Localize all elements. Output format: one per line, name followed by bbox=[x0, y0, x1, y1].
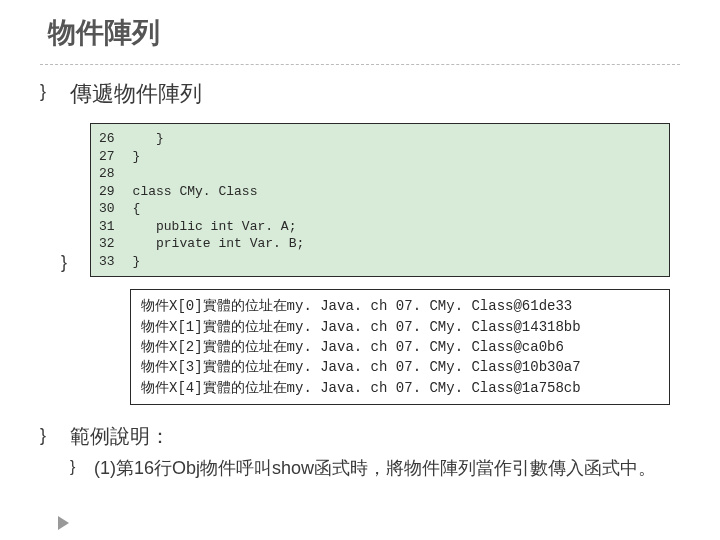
code-block: } 26 27 28 29 30 31 32 33 } } class CMy.… bbox=[90, 123, 670, 277]
bullet-icon: } bbox=[70, 456, 75, 478]
output-block: 物件X[0]實體的位址在my. Java. ch 07. CMy. Class@… bbox=[130, 289, 670, 404]
code-lines: } } class CMy. Class { public int Var. A… bbox=[133, 130, 305, 270]
footer-heading: 範例說明： bbox=[70, 423, 680, 450]
bullet-icon: } bbox=[40, 81, 46, 102]
footer-item-text: (1)第16行Obj物件呼叫show函式時，將物件陣列當作引數傳入函式中。 bbox=[94, 458, 656, 478]
next-arrow-icon bbox=[58, 516, 69, 530]
slide-title: 物件陣列 bbox=[0, 0, 720, 60]
section-subtitle: 傳遞物件陣列 bbox=[70, 79, 680, 109]
section-pass-array: } 傳遞物件陣列 } 26 27 28 29 30 31 32 33 } } c… bbox=[0, 79, 720, 405]
bullet-icon: } bbox=[40, 425, 46, 446]
divider bbox=[40, 64, 680, 65]
bullet-icon: } bbox=[61, 250, 67, 274]
code-line-numbers: 26 27 28 29 30 31 32 33 bbox=[99, 130, 133, 270]
footer-section: } 範例說明： } (1)第16行Obj物件呼叫show函式時，將物件陣列當作引… bbox=[0, 405, 720, 481]
footer-item: } (1)第16行Obj物件呼叫show函式時，將物件陣列當作引數傳入函式中。 bbox=[70, 456, 680, 481]
